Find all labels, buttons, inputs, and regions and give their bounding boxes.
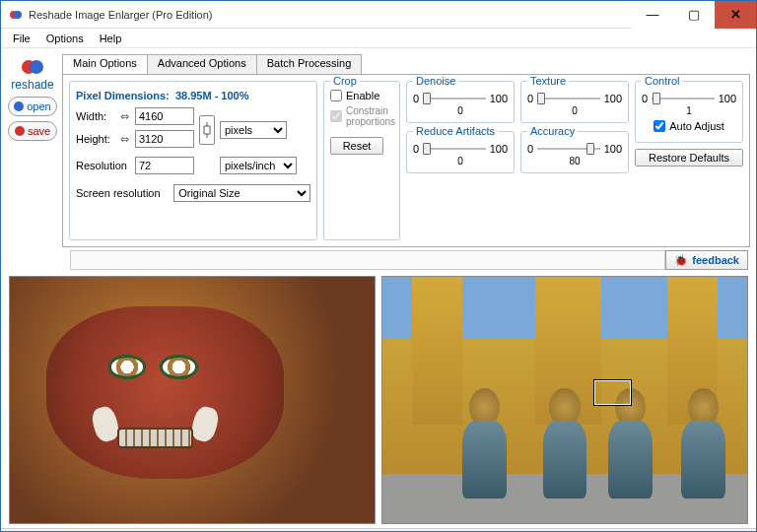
accuracy-slider[interactable] (537, 140, 600, 158)
tabstrip: Main Options Advanced Options Batch Proc… (62, 54, 750, 74)
control-max: 100 (719, 93, 736, 104)
restore-defaults-button[interactable]: Restore Defaults (635, 149, 743, 166)
info-bar (70, 250, 665, 270)
selection-rectangle[interactable] (594, 380, 631, 405)
screen-resolution-select[interactable]: Original Size (173, 184, 310, 202)
width-input[interactable] (135, 107, 194, 125)
close-button[interactable]: ✕ (715, 1, 756, 29)
tab-advanced-options[interactable]: Advanced Options (147, 54, 257, 74)
reduce-max: 100 (490, 143, 508, 155)
denoise-title: Denoise (413, 75, 458, 87)
tab-batch-processing[interactable]: Batch Processing (256, 54, 363, 74)
save-icon (15, 126, 25, 136)
auto-adjust-label: Auto Adjust (669, 120, 724, 132)
texture-title: Texture (527, 75, 569, 87)
window-title: Reshade Image Enlarger (Pro Edition) (29, 9, 632, 21)
sidebar: reshade open save (7, 54, 58, 244)
texture-group: Texture 0 100 0 (520, 81, 629, 123)
statusbar: T:\Backup 1\Digicam_Bilder\Asien 2016\IM… (1, 528, 756, 532)
accuracy-min: 0 (527, 143, 533, 155)
denoise-group: Denoise 0 100 0 (406, 81, 515, 123)
denoise-slider[interactable] (423, 90, 486, 107)
resolution-input[interactable] (135, 157, 194, 174)
texture-slider[interactable] (537, 90, 600, 107)
control-min: 0 (642, 93, 648, 104)
open-button[interactable]: open (8, 97, 57, 116)
logo-icon (17, 58, 48, 76)
reduce-title: Reduce Artifacts (413, 125, 498, 137)
svg-point-1 (14, 11, 22, 19)
pixdim-title: Pixel Dimensions: (76, 90, 170, 101)
accuracy-max: 100 (604, 143, 622, 155)
auto-adjust-checkbox[interactable]: Auto Adjust (642, 120, 736, 132)
dimension-unit-select[interactable]: pixels (220, 121, 287, 139)
main-options-panel: Pixel Dimensions: 38.95M - 100% Width: ⇔… (62, 74, 750, 247)
titlebar: Reshade Image Enlarger (Pro Edition) — ▢… (1, 1, 756, 29)
texture-max: 100 (604, 93, 622, 104)
bug-icon: 🐞 (674, 254, 688, 267)
menubar: File Options Help (1, 29, 756, 48)
crop-group: Crop Enable Constrain proportions Reset (323, 81, 400, 240)
svg-point-3 (30, 60, 43, 74)
denoise-max: 100 (490, 93, 508, 104)
save-button[interactable]: save (8, 121, 57, 141)
width-label: Width: (76, 110, 113, 122)
menu-help[interactable]: Help (92, 31, 130, 46)
control-slider[interactable] (652, 90, 715, 107)
accuracy-group: Accuracy 0 100 80 (520, 131, 629, 173)
screen-res-label: Screen resolution (76, 187, 170, 199)
minimize-button[interactable]: — (632, 1, 673, 29)
menu-options[interactable]: Options (38, 31, 92, 46)
control-title: Control (642, 75, 682, 87)
reset-crop-button[interactable]: Reset (330, 137, 383, 155)
maximize-button[interactable]: ▢ (673, 1, 715, 29)
link-icon: ⇔ (117, 133, 131, 146)
denoise-min: 0 (413, 93, 419, 104)
full-image-preview[interactable] (381, 276, 748, 524)
height-label: Height: (76, 133, 113, 145)
reduce-slider[interactable] (423, 140, 486, 158)
control-group: Control 0 100 1 Auto Adjust (635, 81, 743, 143)
zoom-preview[interactable] (9, 276, 376, 524)
constrain-checkbox: Constrain proportions (330, 105, 393, 127)
feedback-label: feedback (692, 254, 739, 266)
open-label: open (27, 100, 50, 112)
crop-title: Crop (330, 75, 360, 87)
reduce-min: 0 (413, 143, 419, 155)
resolution-unit-select[interactable]: pixels/inch (220, 157, 297, 174)
enable-label: Enable (346, 90, 379, 101)
pixdim-info: 38.95M - 100% (175, 90, 249, 101)
enable-crop-checkbox[interactable]: Enable (330, 90, 393, 101)
save-label: save (28, 125, 50, 137)
constrain-label: Constrain proportions (346, 105, 395, 127)
reduce-artifacts-group: Reduce Artifacts 0 100 0 (406, 131, 515, 173)
menu-file[interactable]: File (5, 31, 38, 46)
accuracy-title: Accuracy (527, 125, 578, 137)
app-icon (9, 8, 23, 22)
resolution-label: Resolution (76, 160, 131, 171)
pixel-dimensions-group: Pixel Dimensions: 38.95M - 100% Width: ⇔… (69, 81, 317, 240)
texture-min: 0 (527, 93, 533, 104)
tab-main-options[interactable]: Main Options (62, 54, 148, 74)
open-icon (14, 101, 24, 111)
link-icon: ⇔ (117, 110, 131, 123)
lock-aspect-button[interactable] (199, 115, 215, 145)
height-input[interactable] (135, 130, 194, 148)
feedback-button[interactable]: 🐞 feedback (665, 250, 748, 270)
brand-label: reshade (11, 78, 53, 92)
